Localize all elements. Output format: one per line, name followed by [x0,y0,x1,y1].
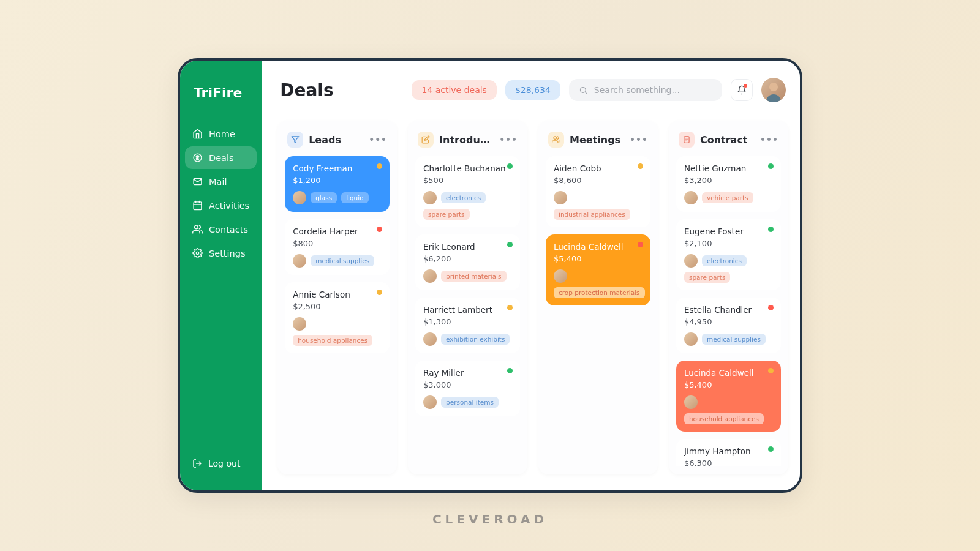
status-dot-red [768,305,774,310]
column-icon-wrap [418,132,434,148]
assignee-avatar [684,254,698,268]
deal-card[interactable]: Lucinda Caldwell $5,400 crop protection … [546,234,650,305]
nav: HomeDealsMailActivitiesContactsSettings [180,122,262,451]
brand-logo: TriFire [180,79,262,122]
status-dot-green [507,368,513,373]
column-more-button[interactable]: ••• [630,135,648,144]
card-amount: $500 [423,176,512,185]
funnel-icon [291,135,300,144]
notifications-button[interactable] [731,79,753,101]
assignee-avatar [684,395,698,409]
card-footer: medical supplies [684,332,773,346]
column-header: Leads ••• [285,129,390,156]
search-input[interactable]: Search something... [569,79,722,101]
sidebar: TriFire HomeDealsMailActivitiesContactsS… [180,61,262,490]
search-placeholder: Search something... [594,85,680,95]
nav-item-settings[interactable]: Settings [185,242,257,264]
svg-point-11 [769,83,778,91]
tag: household appliances [684,413,764,424]
column-icon-wrap [679,132,695,148]
tag: spare parts [684,272,730,283]
card-footer: personal items [423,395,512,409]
nav-label: Contacts [209,225,248,234]
column-more-button[interactable]: ••• [499,135,518,144]
column-more-button[interactable]: ••• [369,135,387,144]
people-icon [552,135,560,144]
status-dot-yellow [377,290,382,295]
column-title: Contract [700,134,755,146]
card-footer: printed materials [423,269,512,283]
settings-icon [192,248,203,258]
svg-point-6 [195,225,198,229]
profile-avatar[interactable] [761,78,786,102]
card-amount: $3,000 [423,380,512,389]
card-footer: household appliances [684,395,773,424]
nav-label: Home [209,129,235,139]
tag: medical supplies [702,334,766,345]
nav-item-activities[interactable]: Activities [185,194,257,217]
card-name: Ray Miller [423,368,512,378]
nav-item-deals[interactable]: Deals [185,146,257,169]
card-amount: $8,600 [554,176,643,185]
column-contract: Contract ••• Nettie Guzman $3,200 vehicl… [669,121,788,474]
deal-card[interactable]: Ray Miller $3,000 personal items [415,361,520,416]
tag: spare parts [423,209,469,220]
tag: liquid [341,192,369,203]
logout-button[interactable]: Log out [180,451,262,481]
card-footer: crop protection materials [554,269,643,298]
assignee-avatar [684,191,698,204]
deal-card[interactable]: Cody Freeman $1,200 glassliquid [285,156,390,212]
card-name: Eugene Foster [684,227,773,236]
tag: electronics [441,192,486,203]
tag: electronics [702,255,747,266]
svg-rect-2 [194,202,202,210]
home-icon [192,129,203,139]
nav-item-mail[interactable]: Mail [185,170,257,193]
card-footer: exhibition exhibits [423,332,512,346]
nav-item-contacts[interactable]: Contacts [185,218,257,241]
card-name: Lucinda Caldwell [684,368,773,378]
calendar-icon [192,200,203,211]
nav-item-home[interactable]: Home [185,122,257,145]
status-dot-green [768,163,774,169]
assignee-avatar [684,332,698,346]
kanban-board: Leads ••• Cody Freeman $1,200 glassliqui… [262,110,802,490]
assignee-avatar [423,191,437,204]
svg-point-7 [196,252,198,254]
mail-icon [192,176,203,187]
tag: exhibition exhibits [441,334,510,345]
column-meetings: Meetings ••• Aiden Cobb $8,600 industria… [538,121,658,474]
deal-card[interactable]: Lucinda Caldwell $5,400 household applia… [676,361,781,432]
card-name: Nettie Guzman [684,163,773,173]
assignee-avatar [554,191,567,204]
column-title: Meetings [570,134,624,146]
card-amount: $4,950 [684,317,773,326]
tag: medical supplies [311,255,374,266]
deal-card[interactable]: Estella Chandler $4,950 medical supplies [676,298,781,353]
deal-card[interactable]: Charlotte Buchanan $500 electronicsspare… [415,156,520,227]
contacts-icon [192,224,203,234]
deal-card[interactable]: Nettie Guzman $3,200 vehicle parts [676,156,781,212]
column-leads: Leads ••• Cody Freeman $1,200 glassliqui… [277,121,397,474]
assignee-avatar [554,269,567,283]
card-name: Lucinda Caldwell [554,242,643,252]
card-list: Nettie Guzman $3,200 vehicle parts Eugen… [676,156,781,466]
assignee-avatar [423,332,437,346]
deal-card[interactable]: Annie Carlson $2,500 household appliance… [285,282,390,353]
card-amount: $5,400 [684,380,773,389]
search-icon [579,86,588,95]
status-dot-green [507,242,513,247]
card-amount: $5,400 [554,254,643,263]
deal-card[interactable]: Harriett Lambert $1,300 exhibition exhib… [415,298,520,353]
main: Deals 14 active deals $28,634 Search som… [262,61,802,490]
deal-card[interactable]: Erik Leonard $6,200 printed materials [415,234,520,290]
deal-card[interactable]: Aiden Cobb $8,600 industrial appliances [546,156,650,227]
nav-label: Activities [209,201,249,211]
card-footer: glassliquid [293,191,382,204]
column-more-button[interactable]: ••• [760,135,778,144]
status-dot-yellow [507,305,513,310]
status-dot-yellow [638,163,643,169]
deal-card[interactable]: Cordelia Harper $800 medical supplies [285,219,390,275]
deal-card[interactable]: Jimmy Hampton $6,300 industrial applianc… [676,439,781,466]
deal-card[interactable]: Eugene Foster $2,100 electronicsspare pa… [676,219,781,290]
